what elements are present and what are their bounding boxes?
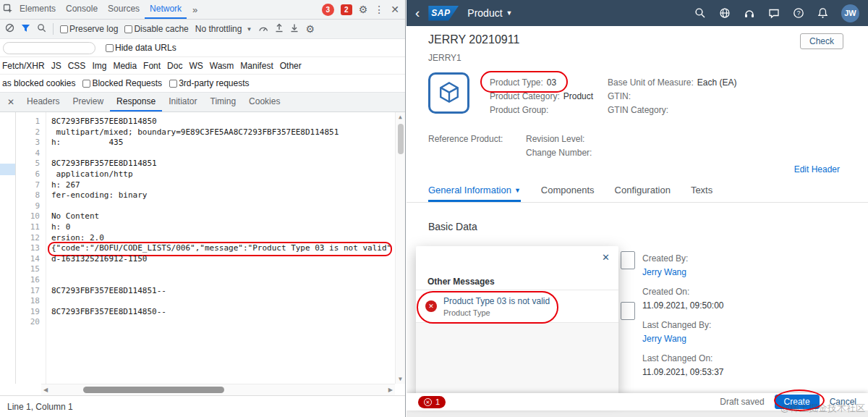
detail-value[interactable]: 11.09.2021, 09:53:37 [642,367,724,377]
settings-gear-icon[interactable]: ⚙ [359,4,368,14]
line-text: d-1631325216912-1150 [46,254,147,265]
devtools-tab[interactable]: Console [61,0,103,19]
scroll-up-icon[interactable]: ▲ [399,112,402,122]
third-party-requests-checkbox[interactable] [169,80,177,88]
detail-value[interactable]: Jerry Wang [642,334,724,344]
check-button[interactable]: Check [800,33,843,49]
support-headset-icon[interactable] [744,8,755,19]
response-body-viewer[interactable]: 18C7293FBF357EE8D114850 2 multipart/mixe… [16,112,405,384]
create-button[interactable]: Create [775,395,820,409]
search-network-icon[interactable] [37,23,46,35]
throttling-select[interactable]: No throttling▼ [195,24,252,34]
more-tabs-icon[interactable]: » [188,4,202,15]
globe-icon[interactable] [719,7,731,19]
filter-funnel-icon[interactable] [21,24,30,35]
resource-type-filter[interactable]: Other [280,61,302,71]
scroll-left-icon[interactable]: ◀ [43,387,48,393]
header-fields-d: Revision Level:Change Number: [526,132,595,159]
preserve-log-label: Preserve log [69,24,118,34]
close-devtools-icon[interactable]: ✕ [391,4,399,14]
request-detail-tab[interactable]: Response [110,93,162,111]
resource-type-filter[interactable]: Doc [167,61,182,71]
request-detail-tab[interactable]: Initiator [162,93,203,111]
has-blocked-cookies-label[interactable]: as blocked cookies [2,78,75,88]
close-request-detail-icon[interactable]: ✕ [1,97,20,107]
preserve-log-checkbox[interactable] [60,25,68,33]
back-icon[interactable]: ‹ [415,6,420,20]
resource-type-filter[interactable]: Font [143,61,161,71]
scrollbar-thumb[interactable] [398,124,404,154]
blocked-requests-checkbox[interactable] [82,80,90,88]
import-har-icon[interactable] [275,23,284,35]
help-icon[interactable]: ? [793,7,804,19]
resource-type-filter[interactable]: Wasm [210,61,234,71]
request-detail-tab[interactable]: Timing [204,93,243,111]
close-dialog-icon[interactable]: ✕ [602,252,610,263]
line-text: {"code":"/BOFU/CODE_LISTS/006","message"… [46,243,391,254]
sap-logo: SAP [428,6,459,21]
messages-button[interactable]: ✕ 1 [418,396,446,408]
devtools-tab[interactable]: Network [145,0,187,19]
feedback-chat-icon[interactable] [768,8,780,19]
scroll-down-icon[interactable]: ▼ [399,374,402,384]
edit-header-link[interactable]: Edit Header [794,164,840,174]
line-text: 8C7293FBF357EE8D114851-- [46,286,166,297]
resource-type-filter[interactable]: JS [51,61,61,71]
scroll-right-icon[interactable]: ▶ [388,387,393,393]
object-page-tabbar: General Information▼ Components▼ Configu… [407,180,868,203]
horizontal-scrollbar-thumb[interactable] [83,387,224,393]
error-message-item[interactable]: ✕ Product Type 03 is not valid Product T… [416,290,618,322]
request-detail-tab[interactable]: Cookies [242,93,286,111]
resource-type-filter[interactable]: Fetch/XHR [2,61,45,71]
console-error-badge[interactable]: 3 [322,4,334,16]
object-page-tab[interactable]: Components▼ [541,185,595,202]
field: GTIN: [608,89,736,103]
line-number: 13 [16,243,46,254]
resource-type-filter[interactable]: Img [92,61,106,71]
object-page-tab[interactable]: Texts▼ [691,185,712,202]
line-number: 18 [16,296,46,307]
horizontal-scrollbar[interactable]: ◀ ▶ [41,384,395,395]
user-avatar[interactable]: JW [841,4,859,22]
detail-value[interactable]: 11.09.2021, 09:50:00 [642,300,724,311]
network-settings-gear-icon[interactable]: ⚙ [305,24,315,34]
resource-type-filter[interactable]: Manifest [240,61,273,71]
form-input-partial[interactable] [621,251,635,269]
object-page-tab[interactable]: Configuration▼ [615,185,671,202]
line-text: multipart/mixed; boundary=9E89C3FE5AA8C7… [46,127,339,138]
object-page-tab[interactable]: General Information▼ [428,185,521,202]
response-line: 14d-1631325216912-1150 [16,254,405,265]
resource-type-filter[interactable]: WS [189,61,203,71]
request-list-collapsed[interactable] [0,112,16,384]
devtools-tab[interactable]: Sources [103,0,145,19]
app-title-menu[interactable]: Product▼ [467,7,512,19]
export-har-icon[interactable] [290,23,299,35]
clear-network-log-icon[interactable] [5,23,14,35]
kebab-menu-icon[interactable]: ⋮ [374,4,384,14]
request-detail-tab[interactable]: Headers [20,93,66,111]
extension-error-badge[interactable]: 2 [341,4,352,15]
devtools-tab[interactable]: Elements [14,0,61,19]
inspect-icon[interactable] [3,4,13,15]
disable-cache-checkbox[interactable] [124,25,132,33]
detail-value[interactable]: Jerry Wang [642,267,724,277]
line-number: 2 [16,127,46,138]
response-line: 6 application/http [16,169,405,180]
selected-request-row[interactable] [0,164,15,175]
footer-bar: ✕ 1 Draft saved Create Cancel [407,393,868,410]
search-icon[interactable] [694,7,706,19]
hide-data-urls-checkbox[interactable] [106,44,114,52]
dialog-body [416,323,618,395]
vertical-scrollbar[interactable]: ▲ ▼ [395,112,405,384]
form-input-partial[interactable] [621,302,635,320]
notifications-bell-icon[interactable] [817,7,828,19]
admin-data-fields: Created By: Jerry Wang Created On: 11.09… [642,253,724,387]
field: Product Group: [490,103,593,117]
cancel-button[interactable]: Cancel [830,397,856,407]
resource-type-filter[interactable]: CSS [68,61,86,71]
request-detail-tab[interactable]: Preview [66,93,110,111]
page-title: JERRY 20210911 [428,33,519,46]
resource-type-filter[interactable]: Media [113,61,137,71]
network-conditions-icon[interactable] [258,24,268,35]
network-filter-input[interactable] [3,42,95,54]
